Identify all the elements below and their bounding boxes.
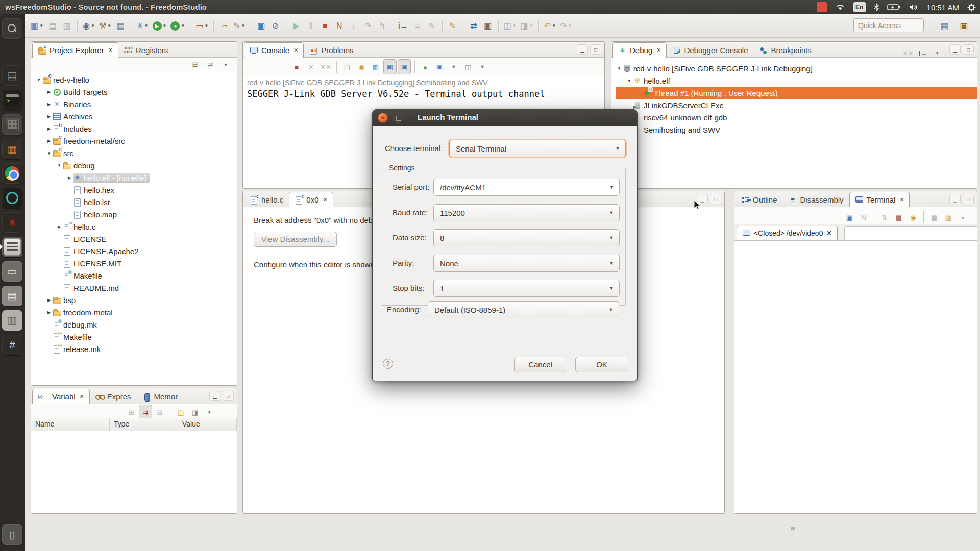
keyboard-layout-indicator[interactable]: En bbox=[853, 2, 866, 12]
tab-hello-c[interactable]: chello.c bbox=[244, 192, 289, 207]
launcher-item-app-11[interactable]: ▤ bbox=[2, 286, 22, 306]
tree-item-debug[interactable]: ▼debug bbox=[35, 159, 237, 171]
expand-arrow-icon[interactable]: ▶ bbox=[56, 224, 63, 229]
link-with-editor-button[interactable]: ⇄ bbox=[204, 59, 217, 70]
launcher-item-trash[interactable]: ▯ bbox=[2, 524, 22, 545]
terminal-view-content[interactable] bbox=[734, 241, 977, 513]
tab-0x0[interactable]: c0x0✕ bbox=[289, 192, 333, 207]
expand-arrow-icon[interactable]: ▶ bbox=[45, 114, 53, 119]
launcher-item-terminal-app[interactable] bbox=[2, 90, 22, 110]
chevron-down-icon[interactable]: ▼ bbox=[604, 179, 619, 195]
launcher-item-app-12[interactable]: ▥ bbox=[2, 310, 22, 331]
scroll-lock-button[interactable]: ◉ bbox=[355, 59, 368, 74]
tree-item-riscv64-unknown-elf-gdb[interactable]: riscv64-unknown-elf-gdb bbox=[616, 111, 977, 123]
maximize-button[interactable]: □ bbox=[590, 44, 601, 55]
tab-project-explorer[interactable]: ↳Project Explorer✕ bbox=[32, 42, 118, 58]
launcher-item-app-7[interactable] bbox=[2, 188, 22, 208]
profile-button[interactable]: ✎ bbox=[446, 18, 459, 34]
dialog-titlebar[interactable]: ✕ Launch Terminal bbox=[373, 110, 637, 126]
scroll-lock-button[interactable]: ◉ bbox=[906, 210, 920, 225]
build-button[interactable]: ⚒▼ bbox=[97, 18, 113, 34]
choose-terminal-combo[interactable]: Serial Terminal ▼ bbox=[449, 140, 626, 157]
serial-port-combo[interactable]: /dev/ttyACM1▼ bbox=[433, 179, 620, 196]
chevron-down-icon[interactable]: ▼ bbox=[107, 23, 111, 28]
chevron-down-icon[interactable]: ▼ bbox=[529, 23, 533, 28]
close-tab-icon[interactable]: ✕ bbox=[899, 196, 904, 203]
resize-grip[interactable] bbox=[791, 527, 795, 530]
tree-item-license-mit[interactable]: LICENSE.MIT bbox=[35, 257, 237, 269]
wifi-icon[interactable] bbox=[835, 3, 845, 11]
chevron-down-icon[interactable]: ▼ bbox=[91, 23, 95, 28]
quick-access-input[interactable]: Quick Access bbox=[853, 18, 924, 32]
collapse-all-button[interactable]: ⊟ bbox=[188, 59, 202, 70]
chevron-down-icon[interactable]: ▼ bbox=[512, 23, 517, 28]
chevron-down-icon[interactable]: ▼ bbox=[603, 302, 619, 318]
tree-item-includes[interactable]: ▶hIncludes bbox=[35, 122, 237, 135]
target-box-button[interactable]: ▣ bbox=[481, 18, 495, 34]
column-header-value[interactable]: Value bbox=[178, 418, 237, 431]
step-into-button[interactable]: ↓ bbox=[347, 18, 360, 34]
console-selector-button[interactable]: ▼ bbox=[447, 59, 460, 74]
tab-breakpoints[interactable]: Breakpoints bbox=[754, 42, 817, 58]
tree-item-hello-map[interactable]: hello.map bbox=[35, 208, 237, 220]
tab-debug[interactable]: ✳Debug✕ bbox=[612, 42, 667, 58]
suspend-button[interactable]: ‖ bbox=[304, 18, 317, 34]
expand-arrow-icon[interactable]: ▶ bbox=[45, 139, 53, 143]
tree-item-thread-1-running-user-request[interactable]: ▶⚙Thread #1 (Running : User Request) bbox=[616, 87, 977, 99]
step-return-button[interactable]: ↰ bbox=[376, 18, 389, 34]
show-console-button[interactable]: ▣ bbox=[255, 18, 268, 34]
battery-icon[interactable] bbox=[887, 4, 900, 11]
word-wrap-button[interactable]: ▥ bbox=[369, 59, 382, 74]
chevron-down-icon[interactable]: ▼ bbox=[39, 23, 43, 28]
clear-terminal-button[interactable]: ▤ bbox=[892, 210, 905, 225]
data-size-combo[interactable]: 8▼ bbox=[433, 229, 620, 246]
pin-terminal-button[interactable]: » bbox=[956, 210, 969, 225]
open-perspective-icon[interactable]: ▦ bbox=[938, 18, 951, 34]
tab-outline[interactable]: Outline bbox=[736, 192, 783, 207]
expand-arrow-icon[interactable]: ▼ bbox=[626, 79, 633, 83]
launcher-item-app-8[interactable]: ✳ bbox=[2, 212, 22, 233]
chevron-down-icon[interactable]: ▼ bbox=[241, 23, 246, 28]
chevron-down-icon[interactable]: ▼ bbox=[568, 23, 572, 28]
dialog-close-button[interactable]: ✕ bbox=[378, 113, 388, 123]
open-console-menu-button[interactable]: ▼ bbox=[476, 59, 489, 74]
tree-item-bsp[interactable]: ▶bsp bbox=[35, 294, 237, 306]
open-console-button[interactable]: ◫ bbox=[461, 59, 475, 74]
sifive-tools-button[interactable]: ⇄ bbox=[467, 18, 480, 34]
chevron-down-icon[interactable]: ▼ bbox=[163, 23, 167, 28]
tab-registers[interactable]: Registers bbox=[118, 42, 174, 58]
maximize-button[interactable]: □ bbox=[223, 391, 234, 401]
tree-item-build-targets[interactable]: ▶Build Targets bbox=[35, 86, 237, 98]
minimize-button[interactable]: ▁ bbox=[949, 44, 961, 55]
tree-item-hello-hex[interactable]: hello.hex bbox=[35, 184, 237, 196]
remove-all-launches-button[interactable]: ✕✕ bbox=[318, 59, 333, 74]
skip-all-breakpoints-button[interactable]: ⊘ bbox=[269, 18, 282, 34]
tree-item-debug-mk[interactable]: ◎debug.mk bbox=[35, 318, 237, 331]
launcher-item-calculator-app[interactable] bbox=[2, 114, 22, 135]
terminal-session-tab[interactable]: <Closed> /dev/video0 ✕ bbox=[737, 226, 838, 240]
debug-config-button[interactable]: ◉▼ bbox=[81, 18, 96, 34]
expand-arrow-icon[interactable]: ▶ bbox=[45, 127, 53, 131]
chevron-down-icon[interactable]: ▼ bbox=[604, 205, 619, 221]
step-over-button[interactable]: ↷ bbox=[361, 18, 375, 34]
copy-button[interactable]: ▤ bbox=[927, 210, 941, 225]
minimize-button[interactable]: ▁ bbox=[209, 391, 220, 401]
ok-button[interactable]: OK bbox=[575, 357, 628, 372]
open-terminal-button[interactable]: ▣ bbox=[843, 210, 856, 225]
external-tools-button[interactable]: ●▼ bbox=[169, 18, 186, 34]
close-tab-icon[interactable]: ✕ bbox=[656, 47, 661, 54]
minimize-button[interactable]: ▁ bbox=[949, 194, 961, 204]
chevron-down-icon[interactable]: ▼ bbox=[144, 23, 149, 28]
maximize-button[interactable]: □ bbox=[963, 194, 974, 204]
tab-problems[interactable]: Problems bbox=[304, 42, 359, 58]
chevron-down-icon[interactable]: ▼ bbox=[205, 23, 209, 28]
tree-item-red-v-hello[interactable]: ▼Cred-v-hello bbox=[35, 73, 237, 86]
open-element-button[interactable]: ▭▼ bbox=[194, 18, 210, 34]
launcher-item-dash-home[interactable] bbox=[2, 18, 22, 39]
close-tab-icon[interactable]: ✕ bbox=[80, 393, 84, 400]
new-button[interactable]: ▣▼ bbox=[29, 18, 45, 34]
chevron-down-icon[interactable]: ▼ bbox=[181, 23, 185, 28]
tree-item-makefile[interactable]: ◎Makefile bbox=[35, 331, 237, 343]
launcher-item-app-2[interactable]: ▤ bbox=[2, 65, 22, 86]
paste-button[interactable]: ▥ bbox=[942, 210, 955, 225]
